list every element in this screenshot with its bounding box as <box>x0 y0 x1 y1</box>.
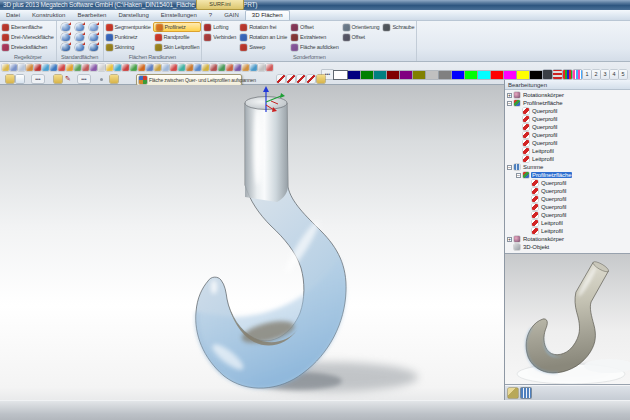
tree-item-querprofil[interactable]: Querprofil <box>516 115 558 123</box>
tree-expander-icon[interactable]: + <box>507 93 512 98</box>
standard-surface-button-6-icon[interactable] <box>89 33 98 41</box>
standard-surface-button-5-icon[interactable] <box>75 33 84 41</box>
menu-item-datei[interactable]: Datei <box>0 11 26 20</box>
ribbon-button-verbinden[interactable]: Verbinden <box>202 32 238 42</box>
folder-icon[interactable] <box>317 75 325 83</box>
standard-surface-button-1-icon[interactable] <box>61 23 70 31</box>
tree-expander-icon[interactable]: – <box>516 173 521 178</box>
tree-item-profilnetzflache[interactable]: –Profilnetzfläche <box>516 171 572 179</box>
dots-icon[interactable]: ••• <box>32 75 44 83</box>
color-swatch[interactable] <box>413 71 425 79</box>
toolbar-icon-9[interactable] <box>66 64 73 71</box>
color-swatch[interactable] <box>465 71 477 79</box>
pencil-icon[interactable]: ✎ <box>64 75 72 83</box>
folder-icon[interactable] <box>6 75 14 83</box>
toolbar-icon-10[interactable] <box>74 64 81 71</box>
color-swatch[interactable] <box>504 71 516 79</box>
toolbar-icon-6[interactable] <box>42 64 49 71</box>
tree-item-querprofil[interactable]: Querprofil <box>525 195 567 203</box>
tree-item-3d-objekt[interactable]: 3D-Objekt <box>507 243 550 251</box>
toolbar-icon-29[interactable] <box>226 64 233 71</box>
ribbon-button-sweep[interactable]: Sweep <box>238 42 289 52</box>
ribbon-button-randprofile[interactable]: Randprofile <box>153 32 202 42</box>
tree-item-leitprofil[interactable]: Leitprofil <box>525 227 564 235</box>
menu-item-einstellungen[interactable]: Einstellungen <box>155 11 203 20</box>
ribbon-button-schraube[interactable]: Schraube <box>381 22 416 32</box>
menu-item-darstellung[interactable]: Darstellung <box>112 11 154 20</box>
page-icon[interactable] <box>16 75 24 83</box>
toolbar-icon-30[interactable] <box>234 64 241 71</box>
menu-item-konstruktion[interactable]: Konstruktion <box>26 11 71 20</box>
tree-item-leitprofil[interactable]: Leitprofil <box>516 147 555 155</box>
toolbar-icon-28[interactable] <box>218 64 225 71</box>
toolbar-icon-21[interactable] <box>162 64 169 71</box>
color-swatch[interactable] <box>348 71 360 79</box>
toolbar-icon-24[interactable] <box>186 64 193 71</box>
tree-item-leitprofil[interactable]: Leitprofil <box>525 219 564 227</box>
toolbar-icon-31[interactable] <box>242 64 249 71</box>
ribbon-button-rotation-an-linie[interactable]: Rotation an Linie <box>238 32 289 42</box>
model-preview-pane[interactable] <box>505 253 630 385</box>
tree-item-querprofil[interactable]: Querprofil <box>516 123 558 131</box>
palette-number-2[interactable]: 2 <box>592 70 600 79</box>
color-swatch-selected[interactable] <box>334 71 347 79</box>
ribbon-button-offset[interactable]: Offset <box>289 22 340 32</box>
color-swatch[interactable] <box>426 71 438 79</box>
ribbon-button-flache-aufdicken[interactable]: Fläche aufdicken <box>289 42 340 52</box>
color-swatch[interactable] <box>439 71 451 79</box>
tree-item-leitprofil[interactable]: Leitprofil <box>516 155 555 163</box>
dot-icon[interactable] <box>100 78 103 81</box>
slash-icon[interactable] <box>297 75 305 83</box>
toolbar-icon-4[interactable] <box>26 64 33 71</box>
toolbar-icon-33[interactable] <box>258 64 265 71</box>
folder-icon[interactable] <box>54 75 62 83</box>
ribbon-button-lofting[interactable]: Lofting <box>202 22 238 32</box>
color-swatch[interactable] <box>452 71 464 79</box>
ribbon-button-skinning[interactable]: Skinning <box>104 42 153 52</box>
ribbon-button-punktnetz[interactable]: Punktnetz <box>104 32 153 42</box>
slash-icon[interactable] <box>307 75 315 83</box>
slash-icon[interactable] <box>277 75 285 83</box>
tree-item-querprofil[interactable]: Querprofil <box>525 179 567 187</box>
toolbar-icon-11[interactable] <box>82 64 89 71</box>
tree-item-summe[interactable]: –Summe <box>507 163 544 171</box>
menu-item-3d-flachen[interactable]: 3D Flächen <box>245 10 290 20</box>
ribbon-button-dreiecksflachen[interactable]: Dreiecksflächen <box>0 42 56 52</box>
ribbon-button-ebenenflache[interactable]: Ebenenfläche <box>0 22 56 32</box>
toolbar-icon-22[interactable] <box>170 64 177 71</box>
palette-stripes2-icon[interactable] <box>573 70 582 79</box>
color-swatch[interactable] <box>517 71 529 79</box>
toolbar-icon-32[interactable] <box>250 64 257 71</box>
toolbar-icon-26[interactable] <box>202 64 209 71</box>
toolbar-icon-13[interactable] <box>98 64 105 71</box>
standard-surface-button-4-icon[interactable] <box>61 33 70 41</box>
color-swatch[interactable] <box>491 71 503 79</box>
palette-settings-icon[interactable] <box>543 70 552 79</box>
color-swatch[interactable] <box>361 71 373 79</box>
ribbon-button-extrahieren[interactable]: Extrahieren <box>289 32 340 42</box>
toolbar-icon-16[interactable] <box>122 64 129 71</box>
ribbon-button-profilnetz[interactable]: Profilnetz <box>153 22 202 32</box>
color-swatch[interactable] <box>530 71 542 79</box>
color-swatch[interactable] <box>478 71 490 79</box>
tree-item-querprofil[interactable]: Querprofil <box>516 107 558 115</box>
palette-stripes-icon[interactable] <box>563 70 572 79</box>
tree-expander-icon[interactable]: – <box>507 165 512 170</box>
tree-expander-icon[interactable]: – <box>507 101 512 106</box>
palette-number-3[interactable]: 3 <box>601 70 609 79</box>
palette-number-4[interactable]: 4 <box>610 70 618 79</box>
toolbar-icon-25[interactable] <box>194 64 201 71</box>
toolbar-icon-19[interactable] <box>146 64 153 71</box>
palette-number-5[interactable]: 5 <box>619 70 627 79</box>
tree-item-rotationskorper[interactable]: +Rotationskörper <box>507 235 565 243</box>
tree-item-profilnetzflache[interactable]: –Profilnetzfläche <box>507 99 563 107</box>
standard-surface-button-8-icon[interactable] <box>75 43 84 51</box>
toolbar-icon-3[interactable] <box>18 64 25 71</box>
menu-item-gain[interactable]: GAIN <box>218 11 245 20</box>
toolbar-icon-1[interactable] <box>2 64 9 71</box>
folder-icon[interactable] <box>110 75 118 83</box>
document-tab[interactable]: SURF.ini <box>196 0 244 10</box>
tree-expander-icon[interactable]: + <box>507 237 512 242</box>
tree-item-querprofil[interactable]: Querprofil <box>516 139 558 147</box>
tree-item-querprofil[interactable]: Querprofil <box>525 187 567 195</box>
